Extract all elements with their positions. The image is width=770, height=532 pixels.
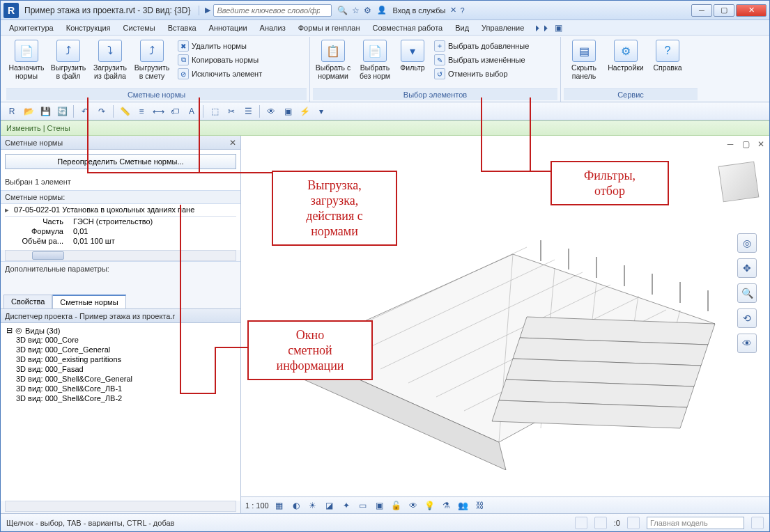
unlock-3d-icon[interactable]: 🔓 bbox=[390, 499, 403, 512]
maximize-button[interactable]: ▢ bbox=[714, 4, 734, 17]
reveal-hidden-icon[interactable]: 💡 bbox=[424, 499, 436, 512]
select-with-norms-button[interactable]: 📋 Выбрать с нормами bbox=[313, 38, 353, 81]
delete-norms-button[interactable]: ✖ Удалить нормы bbox=[176, 40, 263, 52]
user-icon[interactable]: 👤 bbox=[377, 6, 387, 15]
expand-icon[interactable]: ⊟ bbox=[6, 326, 13, 335]
steering-wheel-icon[interactable]: ◎ bbox=[737, 233, 757, 253]
open-icon[interactable]: 📂 bbox=[22, 104, 36, 118]
scrollbar-thumb[interactable] bbox=[32, 251, 64, 260]
tab-norms[interactable]: Сметные нормы bbox=[52, 295, 125, 308]
dimension-icon[interactable]: ⟷ bbox=[151, 104, 165, 118]
switch-windows-icon[interactable]: ▣ bbox=[281, 104, 295, 118]
signin-label[interactable]: Вход в службы bbox=[392, 6, 445, 15]
rendering-icon[interactable]: ✦ bbox=[340, 499, 353, 512]
tab-view[interactable]: Вид bbox=[449, 22, 475, 33]
tree-root[interactable]: ⊟ ◎ Виды (3d) bbox=[5, 326, 236, 335]
select-without-norms-button[interactable]: 📄 Выбрать без норм bbox=[355, 38, 395, 81]
tab-systems[interactable]: Системы bbox=[118, 22, 161, 33]
select-added-button[interactable]: ＋ Выбрать добавленные bbox=[433, 40, 530, 52]
exclude-element-button[interactable]: ⊘ Исключить элемент bbox=[176, 68, 263, 80]
tab-insert[interactable]: Вставка bbox=[162, 22, 202, 33]
help-icon[interactable]: ? bbox=[461, 6, 465, 15]
tab-overflow-icon[interactable]: ⏵⏵ bbox=[534, 23, 550, 33]
vp-maximize-icon[interactable]: ▢ bbox=[740, 139, 751, 150]
globe-icon[interactable]: ⚙ bbox=[364, 6, 371, 15]
align-icon[interactable]: ≡ bbox=[134, 104, 148, 118]
manage-icon[interactable]: ⚡ bbox=[298, 104, 311, 118]
minimize-button[interactable]: ─ bbox=[691, 4, 712, 17]
exchange-icon[interactable]: ✕ bbox=[450, 6, 456, 15]
filter-icon[interactable] bbox=[627, 517, 640, 529]
keyword-search-input[interactable] bbox=[213, 4, 332, 17]
shadows-icon[interactable]: ◪ bbox=[323, 499, 336, 512]
extra-icon[interactable]: ▾ bbox=[314, 104, 328, 118]
tree-node[interactable]: 3D вид: 000_Core bbox=[5, 335, 236, 345]
tab-massing[interactable]: Формы и генплан bbox=[293, 22, 366, 33]
tree-node[interactable]: 3D вид: 000_Shell&Core_ЛВ-1 bbox=[5, 384, 236, 393]
assign-norms-button[interactable]: 📄 Назначить нормы bbox=[6, 38, 47, 81]
visual-style-icon[interactable]: ◐ bbox=[290, 499, 302, 512]
analytical-icon[interactable]: ⚗ bbox=[440, 499, 453, 512]
cancel-selection-button[interactable]: ↺ Отменить выбор bbox=[433, 68, 530, 80]
binoculars-icon[interactable]: 🔍 bbox=[337, 6, 348, 15]
norm-code-row[interactable]: ▸ 07-05-022-01 Установка в цокольных зда… bbox=[5, 204, 236, 217]
tag-icon[interactable]: 🏷 bbox=[168, 104, 182, 118]
tab-analyze[interactable]: Анализ bbox=[254, 22, 291, 33]
hide-panel-button[interactable]: ▤ Скрыть панель bbox=[564, 38, 604, 81]
select-underlay-toggle[interactable] bbox=[594, 517, 607, 529]
help-button[interactable]: ? Справка bbox=[647, 38, 688, 73]
tab-annotate[interactable]: Аннотации bbox=[203, 22, 253, 33]
copy-norms-button[interactable]: ⧉ Копировать нормы bbox=[176, 54, 263, 66]
sync-icon[interactable]: 🔄 bbox=[55, 104, 69, 118]
model-filter-input[interactable] bbox=[647, 517, 744, 529]
text-icon[interactable]: A bbox=[185, 104, 199, 118]
lookaround-icon[interactable]: 👁 bbox=[737, 334, 757, 353]
crop-view-icon[interactable]: ▭ bbox=[357, 499, 369, 512]
horizontal-scrollbar[interactable] bbox=[5, 501, 236, 512]
export-to-file-button[interactable]: ⤴ Выгрузить в файл bbox=[48, 38, 88, 81]
section-icon[interactable]: ✂ bbox=[224, 104, 238, 118]
save-icon[interactable]: 💾 bbox=[38, 104, 52, 118]
star-icon[interactable]: ☆ bbox=[352, 6, 360, 15]
crop-region-icon[interactable]: ▣ bbox=[374, 499, 386, 512]
select-modified-button[interactable]: ✎ Выбрать изменённые bbox=[433, 54, 530, 66]
close-button[interactable]: ✕ bbox=[736, 4, 767, 17]
panel-close-icon[interactable]: ✕ bbox=[229, 138, 236, 148]
revit-menu-icon[interactable]: R bbox=[5, 104, 19, 118]
detail-level-icon[interactable]: ▦ bbox=[273, 499, 286, 512]
horizontal-scrollbar[interactable] bbox=[5, 250, 236, 261]
reveal-constraints-icon[interactable]: ⛓ bbox=[474, 499, 486, 512]
thin-lines-icon[interactable]: ☰ bbox=[241, 104, 255, 118]
ribbon-expand-icon[interactable]: ▣ bbox=[555, 23, 562, 33]
worksharing-icon[interactable]: 👥 bbox=[457, 499, 470, 512]
tab-architecture[interactable]: Архитектура bbox=[3, 22, 59, 33]
close-hidden-icon[interactable]: 👁 bbox=[264, 104, 278, 118]
select-links-toggle[interactable] bbox=[575, 517, 587, 529]
settings-button[interactable]: ⚙ Настройки bbox=[606, 38, 646, 73]
orbit-icon[interactable]: ⟲ bbox=[737, 308, 757, 328]
scale-label[interactable]: 1 : 100 bbox=[245, 501, 269, 510]
temporary-hide-icon[interactable]: 👁 bbox=[407, 499, 419, 512]
sun-path-icon[interactable]: ☀ bbox=[307, 499, 319, 512]
tab-collaborate[interactable]: Совместная работа bbox=[367, 22, 449, 33]
redo-icon[interactable]: ↷ bbox=[95, 104, 109, 118]
tree-node[interactable]: 3D вид: 000_Shell&Core_General bbox=[5, 374, 236, 384]
tree-node[interactable]: 3D вид: 000_Core_General bbox=[5, 345, 236, 354]
tree-node[interactable]: 3D вид: 000_existing partitions bbox=[5, 354, 236, 364]
3d-view-icon[interactable]: ⬚ bbox=[208, 104, 222, 118]
vp-close-icon[interactable]: ✕ bbox=[755, 139, 767, 150]
undo-icon[interactable]: ↶ bbox=[78, 104, 92, 118]
import-from-file-button[interactable]: ⤵ Загрузить из файла bbox=[90, 38, 130, 81]
tab-manage[interactable]: Управление bbox=[476, 22, 530, 33]
editable-only-toggle[interactable] bbox=[751, 517, 764, 529]
tree-node[interactable]: 3D вид: 000_Shell&Core_ЛВ-2 bbox=[5, 393, 236, 403]
export-to-estimate-button[interactable]: ⤴ Выгрузить в смету bbox=[132, 38, 172, 81]
filter-button[interactable]: ▾ Фильтр bbox=[396, 38, 429, 73]
tab-properties[interactable]: Свойства bbox=[3, 295, 52, 308]
zoom-icon[interactable]: 🔍 bbox=[737, 283, 757, 303]
tree-node[interactable]: 3D вид: 000_Fasad bbox=[5, 364, 236, 374]
measure-icon[interactable]: 📏 bbox=[118, 104, 132, 118]
redefine-norms-button[interactable]: Переопределить Сметные нормы... bbox=[5, 154, 236, 169]
app-icon[interactable]: R bbox=[3, 3, 19, 18]
pan-icon[interactable]: ✥ bbox=[737, 258, 757, 278]
